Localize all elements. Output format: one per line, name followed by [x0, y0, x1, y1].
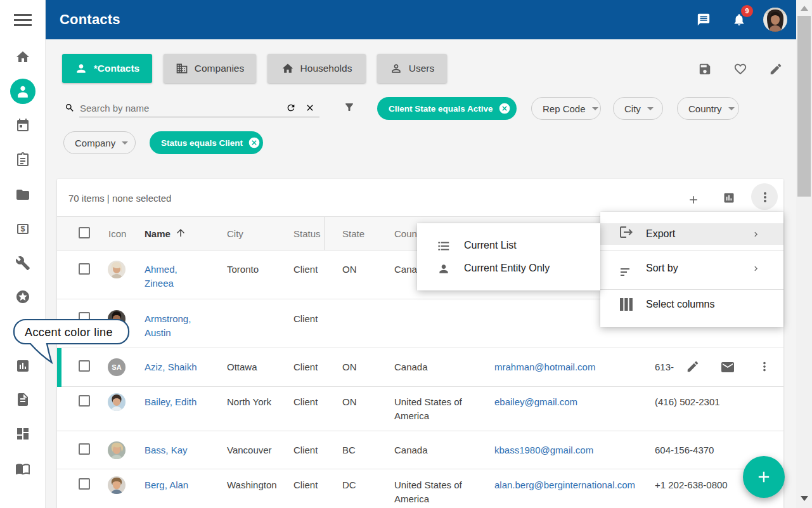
- svg-text:$: $: [21, 225, 25, 233]
- svg-text:Accent color line: Accent color line: [25, 326, 113, 339]
